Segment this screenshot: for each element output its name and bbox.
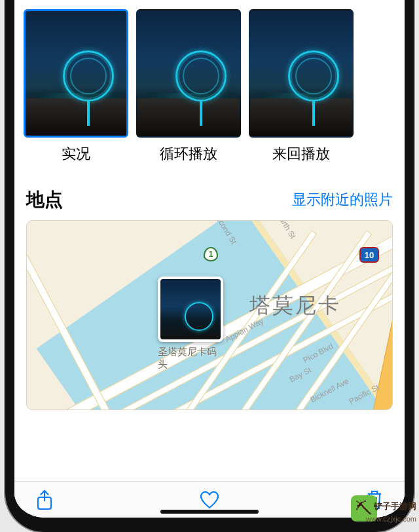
heart-icon [198, 490, 221, 510]
home-indicator[interactable] [160, 510, 259, 514]
effect-live[interactable]: 实况 [24, 9, 128, 164]
effect-label: 循环播放 [160, 144, 217, 164]
delete-button[interactable] [363, 488, 386, 512]
places-section: 地点 显示附近的照片 1 10 Second St Fourth St Appi… [14, 169, 405, 417]
map[interactable]: 1 10 Second St Fourth St Appian Way Pico… [26, 220, 393, 410]
show-nearby-link[interactable]: 显示附近的照片 [292, 190, 393, 210]
effect-label: 实况 [62, 144, 90, 164]
effect-label: 来回播放 [272, 144, 330, 164]
effects-row: 实况 循环播放 来回播放 [14, 0, 405, 169]
street-fourth: Fourth St [273, 220, 298, 240]
share-icon [35, 489, 54, 510]
places-header: 地点 显示附近的照片 [26, 187, 393, 212]
pin-thumbnail [158, 276, 223, 342]
effect-thumb-loop [136, 9, 241, 138]
share-button[interactable] [33, 488, 56, 512]
trash-icon [366, 489, 383, 510]
effect-bounce[interactable]: 来回播放 [249, 9, 354, 164]
places-title: 地点 [26, 187, 63, 212]
effect-thumb-bounce [249, 9, 354, 138]
map-city-label: 塔莫尼卡 [249, 292, 341, 320]
effect-loop[interactable]: 循环播放 [136, 9, 241, 164]
effect-thumb-live [24, 9, 128, 138]
pin-label: 圣塔莫尼卡码头 [158, 346, 223, 371]
route-1-shield: 1 [204, 247, 218, 261]
route-10-shield: 10 [359, 247, 379, 263]
phone-frame: 实况 循环播放 来回播放 地点 显示附近的照片 [5, 0, 414, 532]
screen: 实况 循环播放 来回播放 地点 显示附近的照片 [14, 0, 405, 518]
photo-pin[interactable]: 圣塔莫尼卡码头 [158, 276, 223, 371]
favorite-button[interactable] [198, 488, 221, 512]
